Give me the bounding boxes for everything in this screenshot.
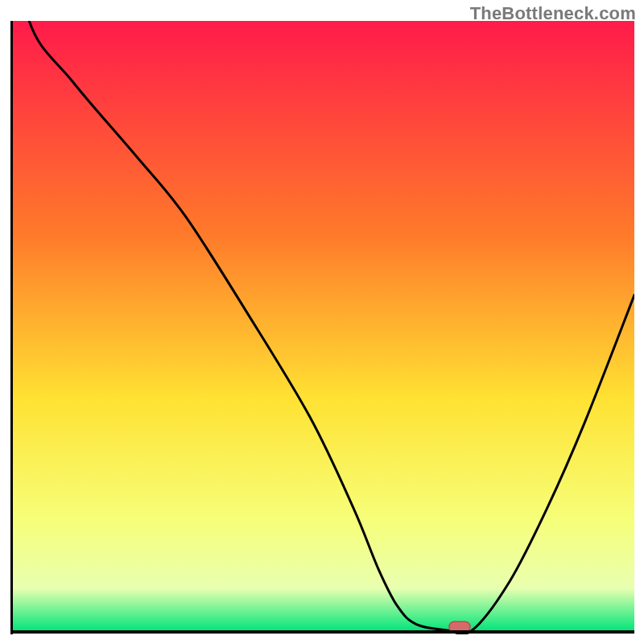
chart-container: TheBottleneck.com bbox=[0, 0, 644, 644]
gradient-background bbox=[10, 21, 634, 631]
plot-area bbox=[10, 21, 634, 634]
chart-svg bbox=[10, 21, 634, 634]
